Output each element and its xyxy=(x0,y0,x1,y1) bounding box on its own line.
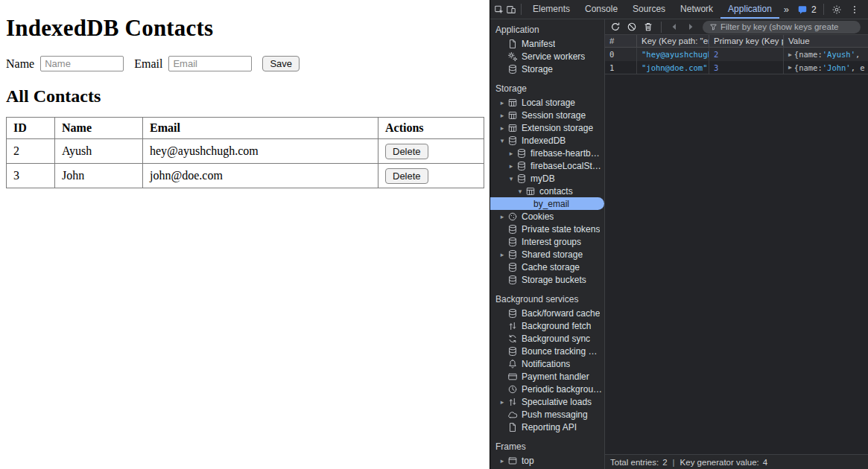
sidebar-item-background-fetch[interactable]: Background fetch xyxy=(490,319,604,332)
grid-column-header-0[interactable]: # xyxy=(605,35,637,47)
tab-console[interactable]: Console xyxy=(577,0,625,19)
chevron-right-icon[interactable]: ▸ xyxy=(498,213,507,220)
page-forward-button[interactable] xyxy=(683,20,698,34)
sidebar-item-service-workers[interactable]: Service workers xyxy=(490,50,604,63)
sidebar-item-cookies[interactable]: ▸Cookies xyxy=(490,210,604,223)
grid-column-header-3[interactable]: Value xyxy=(784,35,868,47)
tab-elements[interactable]: Elements xyxy=(525,0,577,19)
sidebar-item-push-messaging[interactable]: Push messaging xyxy=(490,408,604,421)
chevron-right-icon[interactable]: ▸ xyxy=(498,457,507,465)
clear-object-store-button[interactable] xyxy=(624,20,639,34)
chevron-right-icon[interactable]: ▸ xyxy=(507,150,516,157)
tab-network[interactable]: Network xyxy=(673,0,720,19)
refresh-button[interactable] xyxy=(608,20,623,34)
grid-column-header-2[interactable]: Primary key (Key p… xyxy=(709,35,784,47)
delete-button[interactable]: Delete xyxy=(385,144,428,159)
close-devtools-button[interactable] xyxy=(864,1,868,19)
name-label: Name xyxy=(6,57,34,71)
sidebar-item-speculative-loads[interactable]: ▸Speculative loads xyxy=(490,395,604,408)
sidebar-section-title-background-services: Background services xyxy=(490,291,604,307)
value-segment: 'John' xyxy=(823,63,851,72)
cell-primary-key: 3 xyxy=(709,61,784,74)
sidebar-item-local-storage[interactable]: ▸Local storage xyxy=(490,96,604,109)
sidebar-item-payment-handler[interactable]: Payment handler xyxy=(490,370,604,383)
sidebar-item-periodic-background-s[interactable]: Periodic background s… xyxy=(490,383,604,395)
table-icon xyxy=(507,122,518,134)
sidebar-item-shared-storage[interactable]: ▸Shared storage xyxy=(490,248,604,261)
chevron-down-icon[interactable]: ▾ xyxy=(498,137,507,144)
sidebar-item-session-storage[interactable]: ▸Session storage xyxy=(490,109,604,121)
sidebar-item-storage[interactable]: Storage xyxy=(490,63,604,75)
issues-button[interactable]: 2 xyxy=(793,4,820,16)
sidebar-item-reporting-api[interactable]: Reporting API xyxy=(490,421,604,433)
gear-icon xyxy=(831,4,843,16)
chevron-right-icon[interactable]: ▸ xyxy=(498,251,507,258)
refresh-icon xyxy=(609,21,621,33)
idb-record-row[interactable]: 0"hey@ayushchugh.…2▶{name: 'Ayush', xyxy=(605,48,868,61)
contacts-table: IDNameEmailActions 2Ayushhey@ayushchugh.… xyxy=(6,117,484,188)
inspect-element-button[interactable] xyxy=(493,1,505,19)
chevron-down-icon[interactable]: ▾ xyxy=(516,188,525,195)
more-tabs-button[interactable]: » xyxy=(779,4,793,15)
sidebar-item-back-forward-cache[interactable]: Back/forward cache xyxy=(490,307,604,319)
sidebar-item-bounce-tracking-mitig[interactable]: Bounce tracking mitig… xyxy=(490,345,604,357)
sidebar-item-label: firebaseLocalStorag… xyxy=(530,161,604,171)
table-icon xyxy=(507,97,518,109)
settings-button[interactable] xyxy=(828,1,846,19)
sidebar-item-storage-buckets[interactable]: Storage buckets xyxy=(490,273,604,286)
page-back-button[interactable] xyxy=(667,20,682,34)
expand-triangle-icon[interactable]: ▶ xyxy=(788,64,792,71)
idb-record-row[interactable]: 1"john@doe.com"3▶{name: 'John', e xyxy=(605,61,868,74)
chevron-right-icon[interactable]: ▸ xyxy=(498,112,507,119)
sidebar-item-notifications[interactable]: Notifications xyxy=(490,357,604,370)
application-sidebar: ApplicationManifestService workersStorag… xyxy=(490,19,605,469)
key-filter[interactable] xyxy=(703,21,861,34)
sidebar-item-cache-storage[interactable]: Cache storage xyxy=(490,261,604,273)
bell-icon xyxy=(507,358,518,370)
cell-key: "hey@ayushchugh.… xyxy=(637,48,709,61)
grid-column-header-1[interactable]: Key (Key path: "em… xyxy=(637,35,709,47)
sidebar-item-contacts[interactable]: ▾contacts xyxy=(490,185,604,197)
delete-button[interactable]: Delete xyxy=(385,168,428,184)
devices-icon xyxy=(505,4,517,16)
expand-triangle-icon[interactable]: ▶ xyxy=(788,51,792,58)
key-filter-input[interactable] xyxy=(720,22,855,31)
sidebar-item-firebaselocalstorag[interactable]: ▸firebaseLocalStorag… xyxy=(490,159,604,172)
chevron-down-icon[interactable]: ▾ xyxy=(507,175,516,182)
cell-email: john@doe.com xyxy=(143,164,378,188)
sidebar-item-label: Shared storage xyxy=(522,249,583,260)
sidebar-item-label: Payment handler xyxy=(522,371,589,382)
sidebar-item-label: Back/forward cache xyxy=(522,308,600,319)
chevron-right-icon[interactable]: ▸ xyxy=(498,99,507,106)
sidebar-item-by-email[interactable]: by_email xyxy=(490,197,604,210)
sidebar-item-manifest[interactable]: Manifest xyxy=(490,37,604,50)
sidebar-item-top[interactable]: ▸top xyxy=(490,454,604,467)
sidebar-item-indexeddb[interactable]: ▾IndexedDB xyxy=(490,134,604,147)
sidebar-item-background-sync[interactable]: Background sync xyxy=(490,332,604,345)
sidebar-item-label: by_email xyxy=(533,199,569,209)
database-icon xyxy=(507,274,518,286)
sidebar-item-extension-storage[interactable]: ▸Extension storage xyxy=(490,121,604,134)
document-icon xyxy=(507,421,518,433)
issues-bubble-icon xyxy=(796,4,808,16)
tab-sources[interactable]: Sources xyxy=(625,0,673,19)
sidebar-item-mydb[interactable]: ▾myDB xyxy=(490,172,604,185)
tab-application[interactable]: Application xyxy=(720,0,779,19)
chevron-right-icon[interactable]: ▸ xyxy=(507,162,516,170)
chevron-right-icon[interactable]: ▸ xyxy=(498,124,507,132)
save-button[interactable]: Save xyxy=(262,56,300,71)
name-input[interactable] xyxy=(40,56,124,71)
sidebar-item-label: Storage buckets xyxy=(522,275,586,285)
sidebar-item-private-state-tokens[interactable]: Private state tokens xyxy=(490,223,604,235)
chevron-right-icon[interactable]: ▸ xyxy=(498,398,507,406)
sidebar-item-firebase-heartbeat[interactable]: ▸firebase-heartbeat-… xyxy=(490,147,604,159)
device-toolbar-button[interactable] xyxy=(505,1,517,19)
panel-tabs: ElementsConsoleSourcesNetworkApplication xyxy=(525,0,779,19)
email-input[interactable] xyxy=(168,56,252,71)
menu-button[interactable] xyxy=(846,1,864,19)
divider xyxy=(823,4,824,15)
document-icon xyxy=(507,38,518,50)
delete-selected-button[interactable] xyxy=(641,20,656,34)
sidebar-item-interest-groups[interactable]: Interest groups xyxy=(490,235,604,248)
arrow-right-icon xyxy=(685,21,697,33)
